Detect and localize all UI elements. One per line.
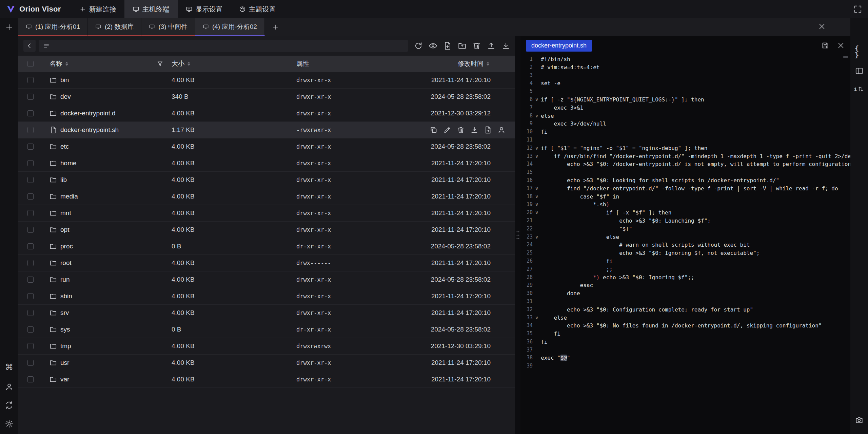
panel-resizer[interactable] (515, 36, 520, 434)
download-file-button[interactable] (470, 126, 478, 134)
file-name[interactable]: opt (60, 226, 69, 233)
table-row[interactable]: home 4.00 KB drwxr-xr-x 2021-11-24 17:20… (18, 155, 515, 172)
show-hidden-eye-icon[interactable] (429, 41, 437, 50)
row-checkbox[interactable] (27, 277, 34, 283)
path-input[interactable] (53, 42, 404, 50)
app-logo[interactable]: Orion Visor (0, 4, 71, 14)
table-row[interactable]: sbin 4.00 KB drwxr-xr-x 2021-11-24 17:20… (18, 288, 515, 305)
fullscreen-icon[interactable] (853, 5, 862, 14)
table-row[interactable]: mnt 4.00 KB drwxr-xr-x 2021-11-24 17:20:… (18, 205, 515, 222)
file-name[interactable]: mnt (60, 209, 71, 217)
table-row[interactable]: root 4.00 KB drwx------ 2021-11-24 17:20… (18, 255, 515, 271)
tab-middleware[interactable]: (3) 中间件 (141, 18, 195, 36)
file-name[interactable]: bin (60, 76, 69, 84)
sort-icon[interactable] (65, 62, 68, 66)
split-panel-icon[interactable] (855, 67, 864, 76)
file-name[interactable]: docker-entrypoint.d (60, 110, 116, 117)
code-area[interactable]: 1#!/bin/sh2# vim:sw=4:ts=4:et34set -e56∨… (520, 55, 850, 434)
new-tab-button[interactable] (5, 23, 14, 33)
new-folder-icon[interactable] (458, 41, 467, 50)
row-checkbox[interactable] (27, 376, 34, 382)
add-tab-button[interactable] (265, 18, 286, 36)
screenshot-camera-icon[interactable] (855, 416, 864, 426)
row-checkbox[interactable] (27, 193, 34, 200)
file-name[interactable]: tmp (60, 342, 71, 350)
column-size[interactable]: 大小 (172, 59, 190, 68)
table-row[interactable]: etc 4.00 KB drwxr-xr-x 2024-05-28 23:58:… (18, 138, 515, 155)
filter-funnel-icon[interactable] (157, 60, 163, 67)
fold-icon[interactable]: ∨ (533, 144, 541, 152)
file-name[interactable]: sys (60, 326, 70, 333)
file-name[interactable]: dev (60, 93, 71, 100)
row-checkbox[interactable] (27, 293, 34, 299)
delete-file-button[interactable] (457, 126, 465, 134)
row-checkbox[interactable] (27, 310, 34, 316)
table-row[interactable]: docker-entrypoint.d 4.00 KB drwxr-xr-x 2… (18, 105, 515, 122)
table-row[interactable]: sys 0 B dr-xr-xr-x 2024-05-28 23:58:02 (18, 321, 515, 338)
menu-display-settings[interactable]: 显示设置 (178, 0, 231, 18)
back-button[interactable] (23, 40, 36, 52)
file-name[interactable]: lib (60, 176, 67, 184)
sort-icon[interactable] (188, 62, 190, 66)
row-checkbox[interactable] (27, 210, 34, 216)
menu-host-terminal[interactable]: 主机终端 (124, 0, 178, 18)
table-row[interactable]: tmp 4.00 KB drwxrwxrwx 2021-12-30 03:29:… (18, 338, 515, 355)
menu-theme-settings[interactable]: 主题设置 (231, 0, 284, 18)
fold-icon[interactable]: ∨ (533, 201, 541, 209)
row-checkbox[interactable] (27, 144, 34, 150)
file-name[interactable]: root (60, 259, 72, 267)
row-checkbox[interactable] (27, 326, 34, 333)
tab-app-analysis-02[interactable]: (4) 应用-分析02 (195, 18, 265, 36)
row-checkbox[interactable] (27, 360, 34, 366)
editor-file-tab[interactable]: docker-entrypoint.sh (526, 40, 592, 52)
table-row[interactable]: proc 0 B dr-xr-xr-x 2024-05-28 23:58:02 (18, 238, 515, 255)
file-name[interactable]: proc (60, 243, 73, 250)
copy-file-button[interactable] (430, 126, 438, 134)
row-checkbox[interactable] (27, 110, 34, 116)
edit-file-button[interactable] (443, 126, 451, 134)
fold-icon[interactable]: ∨ (533, 233, 541, 241)
upload-icon[interactable] (487, 41, 496, 50)
download-icon[interactable] (501, 41, 510, 50)
move-file-button[interactable] (484, 126, 492, 134)
fold-icon[interactable]: ∨ (533, 314, 541, 322)
fold-icon[interactable]: ∨ (533, 193, 541, 201)
row-checkbox[interactable] (27, 77, 34, 83)
table-row[interactable]: usr 4.00 KB drwxr-xr-x 2021-11-24 17:20:… (18, 355, 515, 371)
column-name[interactable]: 名称 (50, 59, 68, 68)
table-row[interactable]: bin 4.00 KB drwxr-xr-x 2021-11-24 17:20:… (18, 72, 515, 89)
table-row[interactable]: opt 4.00 KB drwxr-xr-x 2021-11-24 17:20:… (18, 222, 515, 238)
close-panel-icon[interactable] (818, 22, 826, 32)
close-editor-icon[interactable] (837, 41, 845, 50)
row-checkbox[interactable] (27, 177, 34, 183)
fold-icon[interactable]: ∨ (533, 185, 541, 193)
file-name[interactable]: etc (60, 143, 69, 150)
fold-icon[interactable]: ∨ (533, 209, 541, 217)
file-name[interactable]: docker-entrypoint.sh (60, 126, 119, 134)
file-name[interactable]: srv (60, 309, 69, 317)
settings-gear-icon[interactable] (5, 419, 14, 429)
file-name[interactable]: var (60, 376, 69, 383)
file-name[interactable]: run (60, 276, 70, 283)
table-row[interactable]: dev 340 B drwxr-xr-x 2024-05-28 23:58:02 (18, 89, 515, 105)
row-checkbox[interactable] (27, 94, 34, 100)
sort-icon[interactable] (487, 62, 489, 66)
fold-icon[interactable]: ∨ (533, 96, 541, 104)
row-checkbox[interactable] (27, 343, 34, 349)
fold-icon[interactable]: ∨ (533, 152, 541, 161)
select-all-checkbox[interactable] (27, 61, 34, 67)
delete-icon[interactable] (472, 41, 481, 50)
file-name[interactable]: sbin (60, 293, 72, 300)
file-name[interactable]: usr (60, 359, 69, 366)
refresh-icon[interactable] (414, 41, 423, 50)
table-row[interactable]: media 4.00 KB drwxr-xr-x 2021-11-24 17:2… (18, 188, 515, 205)
row-checkbox[interactable] (27, 243, 34, 249)
row-checkbox[interactable] (27, 227, 34, 233)
menu-new-connection[interactable]: 新建连接 (71, 0, 124, 18)
file-name[interactable]: media (60, 193, 78, 200)
table-row[interactable]: lib 4.00 KB drwxr-xr-x 2021-11-24 17:20:… (18, 172, 515, 188)
save-icon[interactable] (821, 41, 829, 50)
new-file-icon[interactable] (443, 41, 452, 50)
tab-app-analysis-01[interactable]: (1) 应用-分析01 (18, 18, 88, 36)
row-checkbox[interactable] (27, 260, 34, 266)
